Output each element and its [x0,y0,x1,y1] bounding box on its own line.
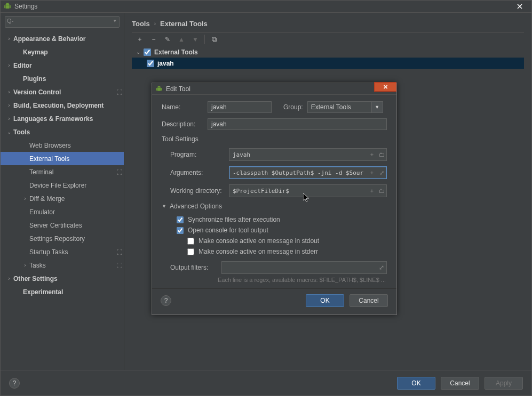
chevron-down-icon: ⌄ [136,49,144,55]
sidebar-item-emulator[interactable]: Emulator [1,205,124,219]
dialog-title: Edit Tool [166,85,190,93]
sync-checkbox[interactable] [177,216,184,223]
sidebar-item-label: Experimental [22,288,124,296]
tree-root-external-tools[interactable]: ⌄ External Tools [132,46,524,58]
insert-macro-button[interactable]: + [367,149,377,160]
settings-search[interactable]: Q- ▾ [5,16,120,28]
move-up-button[interactable]: ▲ [176,34,187,45]
sidebar-item-appearance-behavior[interactable]: ›Appearance & Behavior [1,32,124,45]
sidebar-item-label: Editor [12,62,124,69]
open-console-checkbox[interactable] [177,227,184,234]
ok-button[interactable]: OK [397,377,435,390]
tool-settings-label: Tool Settings [162,135,387,143]
group-select-input[interactable] [307,101,371,113]
sidebar-item-diff-merge[interactable]: ›Diff & Merge [1,192,124,205]
sidebar-item-editor[interactable]: ›Editor [1,59,124,72]
workdir-label: Working directory: [170,187,225,195]
sidebar-item-startup-tasks[interactable]: Startup Tasks⛶ [1,245,124,258]
description-input[interactable] [208,118,387,130]
edit-button[interactable]: ✎ [162,34,173,45]
cancel-button[interactable]: Cancel [441,377,479,390]
chevron-icon: › [22,196,28,201]
move-down-button[interactable]: ▼ [189,34,201,45]
sidebar-item-device-file-explorer[interactable]: Device File Explorer [1,179,124,192]
arguments-label: Arguments: [170,169,225,176]
android-icon [155,85,163,93]
workdir-input[interactable] [229,185,367,197]
breadcrumb-parent[interactable]: Tools [132,20,150,28]
sidebar-item-settings-repository[interactable]: Settings Repository [1,232,124,245]
search-input[interactable] [5,16,120,28]
sidebar-item-keymap[interactable]: Keymap [1,45,124,59]
tree-item-label: javah [157,60,174,67]
output-filters-input[interactable]: ⤢ [221,261,387,274]
stdout-checkbox[interactable] [187,238,194,245]
sidebar-item-label: Device File Explorer [28,182,124,189]
copy-button[interactable]: ⧉ [208,34,220,45]
dialog-help-button[interactable]: ? [161,295,171,306]
help-button[interactable]: ? [9,378,20,389]
program-input[interactable] [229,149,367,160]
tree-root-label: External Tools [154,49,198,56]
sidebar-item-other-settings[interactable]: ›Other Settings [1,272,124,285]
breadcrumb-separator: › [154,21,156,27]
advanced-options-toggle[interactable]: ▼ Advanced Options [162,203,387,210]
sidebar-item-version-control[interactable]: ›Version Control⛶ [1,85,124,99]
sidebar-item-external-tools[interactable]: External Tools [1,152,124,165]
project-scope-icon: ⛶ [114,89,124,95]
sidebar-item-label: Build, Execution, Deployment [12,102,124,109]
sidebar-item-languages-frameworks[interactable]: ›Languages & Frameworks [1,112,124,125]
chevron-icon: › [6,36,12,42]
breadcrumb-current: External Tools [160,20,208,28]
sidebar-item-build-execution-deployment[interactable]: ›Build, Execution, Deployment [1,99,124,112]
group-select[interactable]: ▼ [307,101,383,113]
sidebar-item-label: Tools [12,128,124,136]
chevron-icon: › [6,89,12,95]
sidebar-item-plugins[interactable]: Plugins [1,72,124,85]
group-select-toggle[interactable]: ▼ [371,101,383,113]
tree-item-javah[interactable]: javah [132,58,524,69]
sidebar-item-tools[interactable]: ⌄Tools [1,125,124,139]
sidebar-item-label: External Tools [28,155,124,163]
dialog-ok-button[interactable]: OK [306,294,344,307]
search-prefix: Q- [7,18,13,24]
chevron-icon: › [22,262,28,268]
sidebar-item-label: Server Certificates [28,222,124,229]
sidebar-item-label: Web Browsers [28,142,124,149]
sidebar-item-server-certificates[interactable]: Server Certificates [1,219,124,232]
add-button[interactable]: + [134,34,146,45]
insert-macro-button[interactable]: + [367,185,377,197]
stderr-checkbox[interactable] [187,248,194,255]
advanced-options-label: Advanced Options [170,203,222,210]
sidebar-item-label: Keymap [22,49,124,56]
insert-macro-button[interactable]: + [367,167,377,179]
sidebar-item-label: Other Settings [12,275,124,282]
sidebar-item-experimental[interactable]: Experimental [1,285,124,298]
filters-hint: Each line is a regex, available macros: … [162,277,387,283]
expand-icon[interactable]: ⤢ [379,264,384,271]
apply-button[interactable]: Apply [485,377,523,390]
chevron-down-icon: ▾ [114,18,116,23]
sidebar-item-web-browsers[interactable]: Web Browsers [1,139,124,152]
remove-button[interactable]: − [148,34,160,45]
dialog-cancel-button[interactable]: Cancel [350,294,388,307]
root-checkbox[interactable] [144,49,151,56]
sync-label: Synchronize files after execution [188,216,280,223]
sidebar-item-terminal[interactable]: Terminal⛶ [1,165,124,179]
expand-button[interactable]: ⤢ [377,167,386,179]
sidebar-item-tasks[interactable]: ›Tasks⛶ [1,258,124,272]
javah-checkbox[interactable] [147,60,154,67]
browse-button[interactable]: 🗀 [377,185,386,197]
window-close-button[interactable] [511,2,528,11]
arguments-input[interactable] [229,167,367,179]
name-input[interactable] [208,101,272,113]
output-filters-label: Output filters: [170,264,217,271]
sidebar-item-label: Terminal [28,168,114,176]
dialog-close-button[interactable]: ✕ [374,82,396,92]
browse-button[interactable]: 🗀 [377,149,386,160]
sidebar-item-label: Diff & Merge [28,195,124,203]
chevron-icon: ⌄ [6,129,12,135]
edit-tool-dialog: Edit Tool ✕ Name: Group: ▼ Description: … [152,83,397,315]
settings-titlebar: Settings [1,1,531,13]
stdout-label: Make console active on message in stdout [198,237,319,245]
